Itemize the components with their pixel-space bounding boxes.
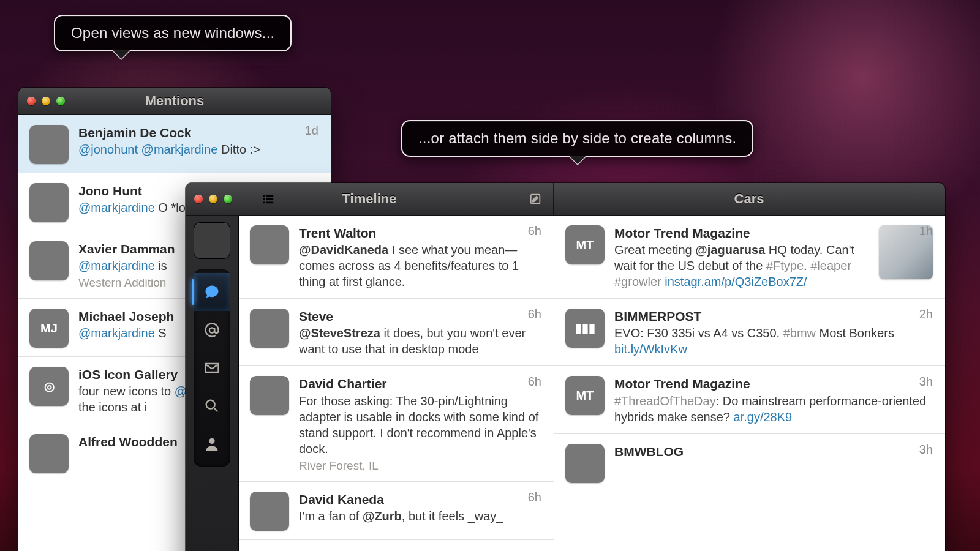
avatar[interactable] xyxy=(250,492,289,531)
tweet-author: Motor Trend Magazine xyxy=(614,376,933,391)
list-item[interactable]: David ChartierFor those asking: The 30-p… xyxy=(239,366,554,481)
titlebar[interactable]: Mentions xyxy=(18,88,331,115)
list-item[interactable]: David KanedaI'm a fan of @Zurb, but it f… xyxy=(239,482,554,540)
column-title-cars: Cars xyxy=(553,191,945,207)
traffic-lights[interactable] xyxy=(27,97,65,105)
callout-text: Open views as new windows... xyxy=(71,24,274,41)
zoom-icon[interactable] xyxy=(56,97,65,105)
callout-side-by-side: ...or attach them side by side to create… xyxy=(401,120,753,157)
avatar[interactable]: MT xyxy=(565,376,605,415)
column-timeline: Trent Walton@DavidKaneda I see what you … xyxy=(239,216,554,551)
tweet-author: Motor Trend Magazine xyxy=(614,225,872,241)
main-window[interactable]: Timeline Cars xyxy=(186,183,945,551)
tweet-time: 6h xyxy=(528,490,541,504)
sidebar xyxy=(186,216,239,551)
tweet-body: For those asking: The 30-pin/Lightning a… xyxy=(299,393,541,457)
sidebar-nav xyxy=(194,269,230,467)
sidebar-profile-icon[interactable] xyxy=(194,425,230,463)
tweet-time: 6h xyxy=(528,307,541,321)
callout-text: ...or attach them side by side to create… xyxy=(418,130,736,146)
tweet-time: 2h xyxy=(919,307,933,321)
avatar[interactable]: ▮▮▮ xyxy=(565,309,605,348)
list-item[interactable]: Steve@SteveStreza it does, but you won't… xyxy=(239,299,554,366)
close-icon[interactable] xyxy=(27,97,36,105)
tweet-time: 1d xyxy=(305,124,318,138)
tweet-author: Trent Walton xyxy=(299,225,541,241)
tweet-time: 6h xyxy=(528,375,541,389)
avatar[interactable] xyxy=(29,241,69,280)
svg-point-8 xyxy=(209,438,214,444)
account-avatar[interactable] xyxy=(194,223,230,258)
tweet-body: #ThreadOfTheDay: Do mainstream performan… xyxy=(614,393,933,425)
sidebar-messages-icon[interactable] xyxy=(194,349,230,387)
tweet-body: Great meeting @jaguarusa HQ today. Can't… xyxy=(614,242,872,290)
tweet-body: @SteveStreza it does, but you won't ever… xyxy=(299,325,541,357)
tweet-author: Benjamin De Cock xyxy=(78,125,318,140)
tweet-time: 1h xyxy=(919,224,933,238)
list-item[interactable]: Trent Walton@DavidKaneda I see what you … xyxy=(239,216,554,299)
avatar[interactable] xyxy=(565,444,605,483)
avatar[interactable] xyxy=(250,376,289,415)
sidebar-mentions-icon[interactable] xyxy=(194,311,230,349)
tweet-author: BIMMERPOST xyxy=(614,309,933,324)
tweet-body: @DavidKaneda I see what you mean—comes a… xyxy=(299,242,541,290)
compose-icon[interactable] xyxy=(526,191,545,207)
avatar[interactable]: MT xyxy=(565,225,605,264)
avatar[interactable] xyxy=(29,125,69,164)
titlebar-divider xyxy=(553,183,554,215)
timeline-list[interactable]: Trent Walton@DavidKaneda I see what you … xyxy=(239,216,554,551)
list-item[interactable]: MTMotor Trend Magazine#ThreadOfTheDay: D… xyxy=(554,366,945,433)
cars-list[interactable]: MTMotor Trend MagazineGreat meeting @jag… xyxy=(554,216,945,551)
tweet-time: 3h xyxy=(919,443,933,457)
avatar[interactable] xyxy=(250,309,289,348)
avatar[interactable] xyxy=(29,434,69,473)
tweet-author: David Chartier xyxy=(299,376,541,391)
tweet-body: I'm a fan of @Zurb, but it feels _way_ xyxy=(299,508,541,524)
minimize-icon[interactable] xyxy=(42,97,50,105)
svg-point-7 xyxy=(206,400,215,409)
list-item[interactable]: ▮▮▮BIMMERPOSTEVO: F30 335i vs A4 vs C350… xyxy=(554,299,945,366)
tweet-body: @jonohunt @markjardine Ditto :> xyxy=(78,141,318,157)
window-title: Timeline xyxy=(186,191,553,207)
tweet-author: Steve xyxy=(299,309,541,324)
tweet-location: River Forest, IL xyxy=(299,459,541,473)
avatar[interactable] xyxy=(29,183,69,222)
avatar[interactable] xyxy=(250,225,289,264)
tweet-body: EVO: F30 335i vs A4 vs C350. #bmw Most B… xyxy=(614,325,933,357)
column-cars: MTMotor Trend MagazineGreat meeting @jag… xyxy=(554,216,945,551)
avatar[interactable]: MJ xyxy=(29,309,69,348)
tweet-author: David Kaneda xyxy=(299,492,541,507)
avatar[interactable]: ◎ xyxy=(29,367,69,406)
sidebar-search-icon[interactable] xyxy=(194,387,230,425)
list-item[interactable]: BMWBLOG3h xyxy=(554,434,945,492)
titlebar[interactable]: Timeline Cars xyxy=(186,183,945,216)
list-item[interactable]: Benjamin De Cock@jonohunt @markjardine D… xyxy=(18,115,331,173)
sidebar-timeline-icon[interactable] xyxy=(194,273,230,311)
window-title: Mentions xyxy=(145,93,205,109)
tweet-time: 6h xyxy=(528,224,541,238)
callout-open-windows: Open views as new windows... xyxy=(54,15,292,51)
tweet-time: 3h xyxy=(919,375,933,389)
tweet-author: BMWBLOG xyxy=(614,444,933,459)
list-item[interactable]: MTMotor Trend MagazineGreat meeting @jag… xyxy=(554,216,945,299)
